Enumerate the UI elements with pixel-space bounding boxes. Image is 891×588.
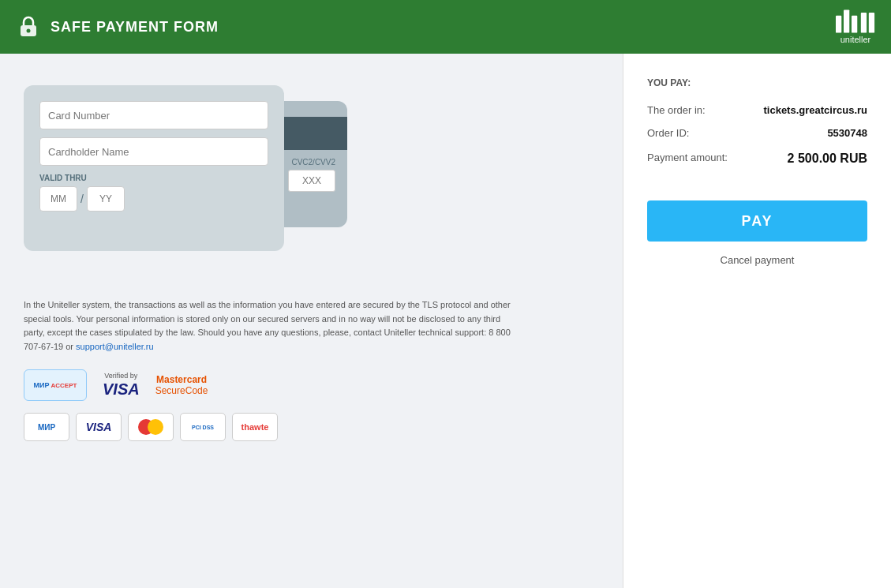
header: SAFE PAYMENT FORM uniteller	[0, 0, 891, 54]
verified-by-visa-badge: Verified by VISA	[103, 373, 140, 398]
order-id-row: Order ID: 5530748	[647, 127, 867, 139]
cardholder-name-input[interactable]	[39, 137, 268, 166]
payment-amount-value: 2 500.00 RUB	[758, 152, 868, 166]
securecode-text: SecureCode	[155, 385, 208, 396]
mir-accept-badge: МИР ACCEPT	[24, 369, 87, 401]
uniteller-text: uniteller	[840, 35, 871, 44]
card-front: VALID THRU /	[24, 85, 284, 251]
cancel-payment-link[interactable]: Cancel payment	[647, 254, 867, 266]
card-brands-row: МИР VISA PCI DSS thawte	[24, 413, 599, 441]
month-input[interactable]	[39, 186, 77, 212]
lock-icon	[16, 14, 41, 39]
mastercard-brand-badge	[128, 413, 174, 441]
card-area: CVC2/CVV2 ? VALID THRU /	[24, 85, 355, 275]
uniteller-logo: uniteller	[836, 9, 875, 44]
mc-circles	[138, 419, 163, 435]
svg-rect-5	[861, 13, 867, 32]
order-id-value: 5530748	[758, 127, 868, 139]
expiry-row: /	[39, 186, 268, 212]
svg-rect-2	[836, 16, 841, 33]
payment-amount-label: Payment amount:	[647, 152, 758, 163]
cvc-input[interactable]	[288, 170, 335, 192]
svg-rect-3	[844, 9, 849, 32]
main-container: CVC2/CVV2 ? VALID THRU / In the Unitelle…	[0, 54, 891, 588]
order-table: The order in: tickets.greatcircus.ru Ord…	[647, 104, 867, 177]
mastercard-text: Mastercard	[156, 374, 207, 385]
security-text: In the Uniteller system, the transaction…	[24, 298, 513, 354]
valid-thru-label: VALID THRU	[39, 174, 268, 182]
pci-badge: PCI DSS	[180, 413, 226, 441]
left-panel: CVC2/CVV2 ? VALID THRU / In the Unitelle…	[0, 54, 623, 588]
uniteller-logo-icon	[836, 9, 875, 33]
order-in-row: The order in: tickets.greatcircus.ru	[647, 104, 867, 116]
header-left: SAFE PAYMENT FORM	[16, 14, 219, 39]
support-email-link[interactable]: support@uniteller.ru	[76, 342, 154, 351]
right-panel: YOU PAY: The order in: tickets.greatcirc…	[623, 54, 891, 588]
order-id-label: Order ID:	[647, 127, 758, 139]
header-title: SAFE PAYMENT FORM	[51, 19, 219, 36]
trust-badges-row: МИР ACCEPT Verified by VISA Mastercard S…	[24, 369, 599, 401]
svg-point-1	[27, 29, 31, 33]
mc-circle-yellow	[148, 419, 163, 435]
mastercard-secure-badge: Mastercard SecureCode	[155, 374, 208, 397]
thawte-badge: thawte	[232, 413, 278, 441]
payment-amount-row: Payment amount: 2 500.00 RUB	[647, 152, 867, 166]
verified-by-text: Verified by	[104, 373, 137, 380]
order-in-value: tickets.greatcircus.ru	[758, 104, 868, 116]
year-input[interactable]	[87, 186, 125, 212]
order-in-label: The order in:	[647, 104, 758, 116]
visa-brand-badge: VISA	[76, 413, 122, 441]
svg-rect-4	[852, 16, 857, 33]
card-number-input[interactable]	[39, 101, 268, 129]
you-pay-label: YOU PAY:	[647, 77, 867, 88]
expiry-separator: /	[80, 193, 84, 205]
pay-button[interactable]: PAY	[647, 200, 867, 242]
visa-text: VISA	[103, 380, 140, 398]
mir-brand-badge: МИР	[24, 413, 69, 441]
svg-rect-6	[869, 13, 874, 32]
